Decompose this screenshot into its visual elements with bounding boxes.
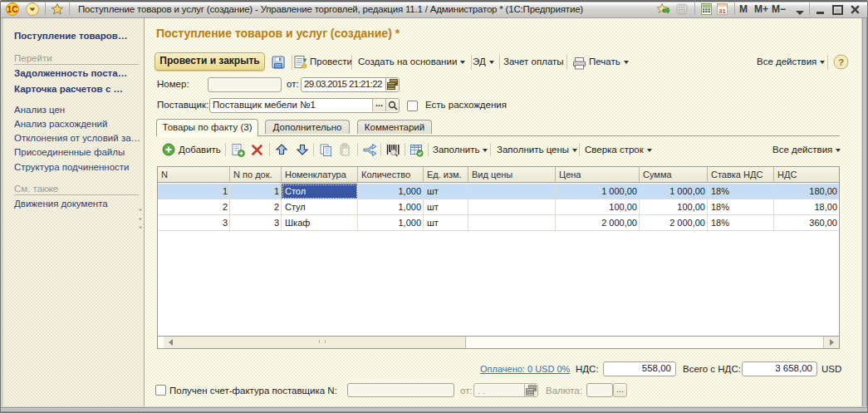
svg-text:31: 31 [718,7,726,15]
svg-text:1С: 1С [7,5,18,14]
svg-text:?: ? [838,57,844,67]
